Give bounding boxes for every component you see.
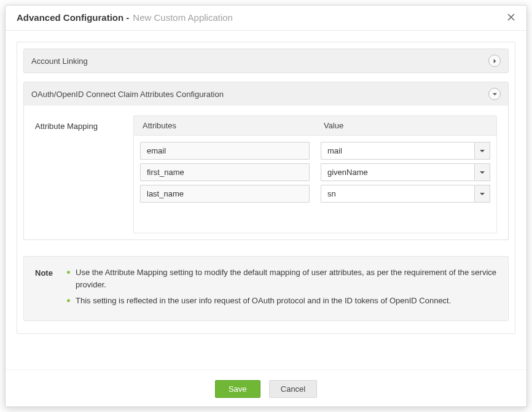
chevron-right-icon — [488, 55, 501, 67]
value-select[interactable] — [321, 142, 475, 160]
dialog-title: Advanced Configuration - — [17, 12, 129, 23]
mapping-row — [140, 185, 490, 203]
attribute-mapping-grid: Attributes Value — [133, 115, 497, 233]
value-select[interactable] — [321, 163, 475, 181]
attribute-field[interactable] — [140, 142, 310, 160]
mapping-row — [140, 142, 490, 160]
chevron-down-icon[interactable] — [475, 142, 490, 160]
section-claim-config: OAuth/OpenID Connect Claim Attributes Co… — [23, 82, 509, 240]
dialog-subtitle: New Custom Application — [133, 12, 233, 23]
mapping-row — [140, 163, 490, 181]
dialog-body: Account Linking OAuth/OpenID Connect Cla… — [6, 31, 526, 370]
section-claim-config-title: OAuth/OpenID Connect Claim Attributes Co… — [31, 90, 224, 99]
note-label: Note — [35, 266, 57, 311]
note-box: Note Use the Attribute Mapping setting t… — [23, 256, 509, 321]
close-icon[interactable] — [506, 12, 517, 23]
section-claim-config-header[interactable]: OAuth/OpenID Connect Claim Attributes Co… — [24, 82, 508, 106]
chevron-down-icon[interactable] — [475, 163, 490, 181]
section-account-linking-header[interactable]: Account Linking — [24, 49, 508, 72]
chevron-down-icon[interactable] — [475, 185, 490, 203]
column-header-value: Value — [315, 116, 496, 135]
section-account-linking: Account Linking — [23, 49, 509, 73]
attribute-field[interactable] — [140, 163, 310, 181]
save-button[interactable]: Save — [215, 380, 260, 398]
dialog-header: Advanced Configuration - New Custom Appl… — [6, 6, 526, 31]
cancel-button[interactable]: Cancel — [269, 380, 317, 398]
dialog-footer: Save Cancel — [6, 370, 526, 406]
note-item: This setting is reflected in the user in… — [67, 295, 497, 307]
attribute-field[interactable] — [140, 185, 310, 203]
column-header-attributes: Attributes — [134, 116, 315, 135]
note-item: Use the Attribute Mapping setting to mod… — [67, 266, 497, 291]
value-select[interactable] — [321, 185, 475, 203]
chevron-down-icon — [488, 88, 501, 100]
section-account-linking-title: Account Linking — [31, 56, 88, 66]
advanced-configuration-dialog: Advanced Configuration - New Custom Appl… — [5, 5, 527, 407]
attribute-mapping-label: Attribute Mapping — [35, 115, 133, 131]
